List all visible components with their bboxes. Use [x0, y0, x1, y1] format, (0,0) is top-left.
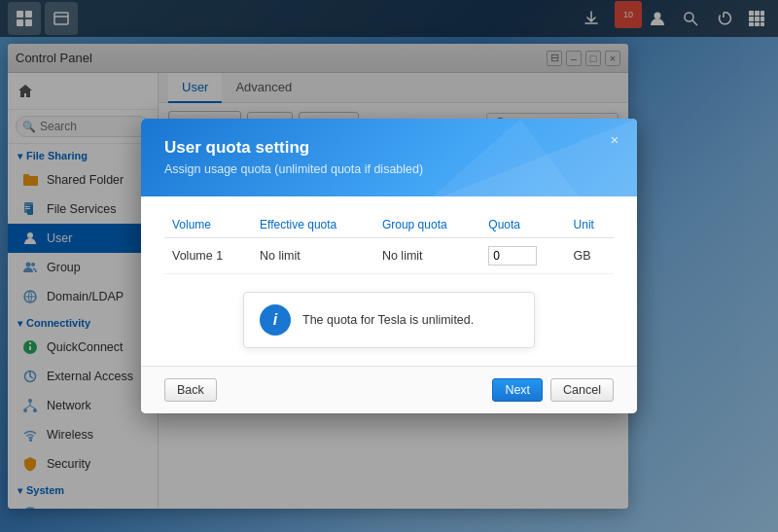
- wizard-header: User quota setting Assign usage quota (u…: [141, 119, 637, 196]
- quota-volume-cell: Volume 1: [164, 238, 252, 274]
- next-button[interactable]: Next: [492, 378, 543, 402]
- quota-col-volume: Volume: [164, 212, 252, 238]
- wizard-close-button[interactable]: ×: [604, 128, 625, 150]
- quota-col-quota: Quota: [480, 212, 565, 238]
- wizard-footer-right: Next Cancel: [492, 378, 614, 402]
- cancel-button[interactable]: Cancel: [550, 378, 614, 402]
- wizard-overlay: User quota setting Assign usage quota (u…: [0, 0, 778, 532]
- quota-row: Volume 1 No limit No limit GB: [164, 238, 614, 274]
- quota-table: Volume Effective quota Group quota Quota…: [164, 212, 614, 274]
- quota-col-unit: Unit: [566, 212, 614, 238]
- wizard-header-subtitle: Assign usage quota (unlimited quota if d…: [164, 162, 614, 176]
- quota-info-box: i The quota for Tesla is unlimited.: [243, 292, 535, 348]
- quota-info-message: The quota for Tesla is unlimited.: [302, 313, 474, 327]
- info-icon: i: [260, 304, 291, 336]
- wizard-header-title: User quota setting: [164, 138, 614, 158]
- quota-unit-cell: GB: [566, 238, 614, 274]
- quota-effective-cell: No limit: [252, 238, 374, 274]
- wizard-body: Volume Effective quota Group quota Quota…: [141, 196, 637, 366]
- quota-group-cell: No limit: [374, 238, 480, 274]
- back-button[interactable]: Back: [164, 378, 217, 402]
- quota-col-effective: Effective quota: [252, 212, 374, 238]
- quota-col-group: Group quota: [374, 212, 480, 238]
- user-creation-wizard: User quota setting Assign usage quota (u…: [141, 119, 637, 413]
- quota-value-cell[interactable]: [480, 238, 565, 274]
- wizard-footer: Back Next Cancel: [141, 366, 637, 413]
